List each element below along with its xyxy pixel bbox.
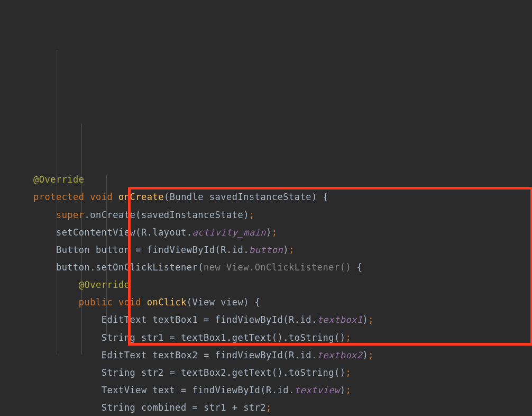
code-line-5: Button button = findViewById(R.id.button… bbox=[11, 241, 532, 259]
method-onCreate: onCreate bbox=[118, 192, 164, 202]
semicolon: ; bbox=[289, 245, 295, 255]
code-line-8: public void onClick(View view) { bbox=[11, 294, 532, 311]
decl-str1: String str1 = textBox1.getText().toStrin… bbox=[102, 332, 346, 343]
kw-public: public bbox=[79, 297, 113, 308]
kw-void: void bbox=[118, 297, 141, 308]
method-onclick: onClick bbox=[147, 297, 187, 308]
call-super-oncreate: .onCreate(savedInstanceState) bbox=[85, 210, 249, 220]
decl-textbox1: EditText textBox1 = findViewById(R.id. bbox=[102, 314, 317, 325]
code-line-7: @Override bbox=[11, 276, 532, 294]
decl-button: Button button = findViewById(R.id. bbox=[56, 245, 249, 255]
kw-super: super bbox=[56, 210, 85, 220]
decl-textbox2: EditText textBox2 = findViewById(R.id. bbox=[102, 350, 317, 360]
semicolon: ; bbox=[368, 314, 374, 325]
code-line-12: String str2 = textBox2.getText().toStrin… bbox=[11, 364, 532, 382]
kw-protected: protected bbox=[33, 192, 85, 202]
code-line-11: EditText textBox2 = findViewById(R.id.te… bbox=[11, 347, 532, 364]
semicolon: ; bbox=[345, 332, 351, 343]
code-line-10: String str1 = textBox1.getText().toStrin… bbox=[11, 329, 532, 347]
field-button: button bbox=[249, 245, 283, 255]
params-onclick: (View view) { bbox=[187, 297, 261, 308]
code-line-9: EditText textBox1 = findViewById(R.id.te… bbox=[11, 311, 532, 329]
code-content[interactable]: @Override protected void onCreate(Bundle… bbox=[11, 171, 532, 416]
code-line-1: @Override bbox=[11, 171, 532, 188]
paren-close: ) bbox=[363, 350, 369, 360]
code-line-2: protected void onCreate(Bundle savedInst… bbox=[11, 188, 532, 206]
code-editor[interactable]: @Override protected void onCreate(Bundle… bbox=[11, 13, 532, 416]
code-line-6: button.setOnClickListener(new View.OnCli… bbox=[11, 259, 532, 276]
params: (Bundle savedInstanceState) { bbox=[164, 192, 328, 202]
semicolon: ; bbox=[249, 210, 255, 220]
code-line-3: super.onCreate(savedInstanceState); bbox=[11, 206, 532, 224]
class-onclicklistener: View.OnClickListener() bbox=[226, 262, 351, 273]
semicolon: ; bbox=[345, 367, 351, 378]
field-textview: textview bbox=[295, 385, 340, 395]
paren-close: ) bbox=[283, 245, 289, 255]
annotation-override-inner: @Override bbox=[79, 279, 130, 290]
brace-open: { bbox=[351, 262, 362, 273]
kw-new: new bbox=[204, 262, 226, 273]
semicolon: ; bbox=[272, 227, 278, 238]
decl-textview: TextView text = findViewById(R.id. bbox=[102, 385, 295, 395]
call-setcontentview: setContentView(R.layout. bbox=[56, 227, 192, 238]
field-activity-main: activity_main bbox=[192, 227, 267, 238]
field-textbox2: textbox2 bbox=[317, 350, 363, 360]
kw-void: void bbox=[90, 192, 113, 202]
code-line-14: String combined = str1 + str2; bbox=[11, 399, 532, 416]
paren-close: ) bbox=[266, 227, 272, 238]
semicolon: ; bbox=[345, 385, 351, 395]
semicolon: ; bbox=[266, 402, 272, 413]
field-textbox1: textbox1 bbox=[317, 314, 363, 325]
call-setonclick: button.setOnClickListener( bbox=[56, 262, 204, 273]
annotation-override: @Override bbox=[33, 174, 85, 185]
decl-str2: String str2 = textBox2.getText().toStrin… bbox=[102, 367, 346, 378]
decl-combined: String combined = str1 + str2 bbox=[102, 402, 266, 413]
paren-close: ) bbox=[340, 385, 346, 395]
semicolon: ; bbox=[368, 350, 374, 360]
paren-close: ) bbox=[363, 314, 369, 325]
code-line-13: TextView text = findViewById(R.id.textvi… bbox=[11, 382, 532, 399]
code-line-4: setContentView(R.layout.activity_main); bbox=[11, 224, 532, 241]
